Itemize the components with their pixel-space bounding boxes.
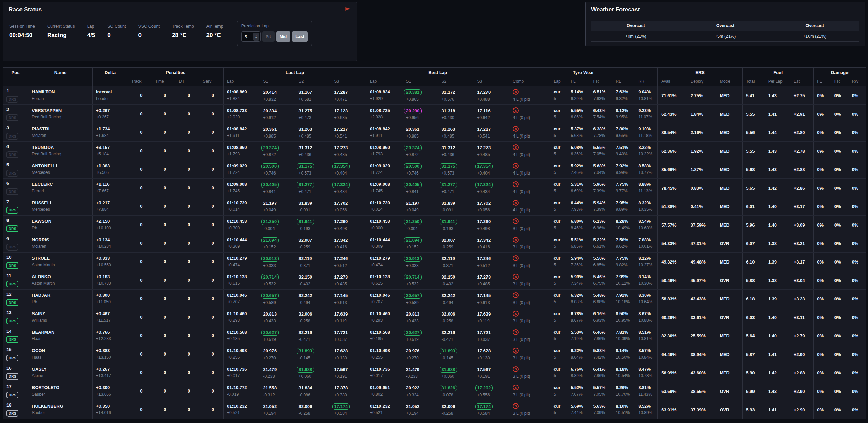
weather-time: +10m (21%): [770, 31, 859, 41]
col-fuel-total: Total: [743, 77, 765, 86]
ers-avail: 60.29%: [658, 308, 687, 326]
damage-fr: 0%: [831, 234, 849, 253]
position-number: 12: [6, 292, 27, 297]
position-number: 5: [6, 162, 27, 167]
drs-badge: DRS: [6, 170, 18, 177]
driver-cell[interactable]: NORRIS Mclaren: [28, 234, 93, 253]
pos-cell: 12 DRS: [3, 290, 28, 308]
driver-cell[interactable]: ANTONELLI Mercedes: [28, 160, 93, 179]
prediction-mid-button[interactable]: Mid: [276, 31, 291, 42]
last-s2: 32.119 -0.371: [295, 253, 331, 271]
col-last-s3: S3: [331, 77, 366, 86]
penalty-track: 0: [128, 290, 152, 308]
soft-tyre-icon: S: [513, 107, 519, 113]
prediction-last-button[interactable]: Last: [292, 31, 308, 42]
col-last-lap: Lap: [224, 77, 260, 86]
wear-rl: 7.95% 9.89%: [613, 197, 635, 216]
tyre-compound-cell: S 3 L (0 pit): [509, 400, 550, 419]
best-lap-time: 01:08.960 +1.793: [366, 142, 403, 160]
penalty-track: 0: [128, 160, 152, 179]
penalty-time: 0: [152, 123, 176, 142]
last-s3: 17.567 +0.191: [331, 363, 366, 382]
delta-cell: +0.883 +13.150: [93, 345, 128, 363]
drs-badge: DRS: [6, 281, 18, 287]
last-s3: 17.639 +0.119: [331, 308, 366, 326]
prediction-lap-input[interactable]: 5 ▲▼: [241, 31, 261, 42]
stat-vsc-count: VSC Count 0: [138, 24, 160, 39]
last-s2: 31.175 +0.573: [295, 160, 331, 179]
drs-badge: DRS: [6, 262, 18, 269]
best-s1: 20.361 +0.885: [403, 123, 438, 142]
driver-cell[interactable]: ALONSO Aston Martin: [28, 271, 93, 290]
driver-cell[interactable]: RUSSELL Mercedes: [28, 197, 93, 216]
tyre-lap-cell: cur 5: [550, 326, 567, 345]
penalty-dt: 0: [176, 216, 200, 234]
last-s1: 20.913 +0.333: [260, 253, 295, 271]
driver-name: HADJAR: [32, 293, 92, 298]
driver-cell[interactable]: LECLERC Ferrari: [28, 179, 93, 197]
best-s1: 21.052 +0.194: [403, 400, 438, 419]
driver-cell[interactable]: BEARMAN Haas: [28, 326, 93, 345]
tyre-compound-cell: S 3 L (0 pit): [509, 363, 550, 382]
fuel-est: +2.91: [790, 105, 814, 123]
driver-cell[interactable]: TSUNODA Red Bull Racing: [28, 142, 93, 160]
driver-cell[interactable]: GASLY Alpine: [28, 363, 93, 382]
penalty-dt: 0: [176, 345, 200, 363]
tyre-lap-cell: cur 5: [550, 179, 567, 197]
driver-cell[interactable]: PIASTRI Mclaren: [28, 123, 93, 142]
position-number: 3: [6, 125, 27, 130]
last-lap-time: 01:10.460 +0.293: [224, 308, 260, 326]
penalty-track: 0: [128, 216, 152, 234]
wear-rl: 7.75% 9.77%: [613, 179, 635, 197]
driver-cell[interactable]: HAMILTON Ferrari: [28, 86, 93, 105]
tyre-lap-cell: cur 5: [550, 142, 567, 160]
team-name: Williams: [32, 318, 92, 323]
best-s3: 17.342 +0.416: [474, 234, 509, 253]
drs-badge: DRS: [6, 336, 18, 343]
penalty-track: 0: [128, 345, 152, 363]
wear-rl: 8.28% 10.49%: [613, 216, 635, 234]
best-lap-time: 01:08.824 +1.929: [366, 86, 403, 105]
penalty-serv: 0: [200, 179, 224, 197]
driver-cell[interactable]: BORTOLETO Sauber: [28, 382, 93, 400]
wear-rr: 8.32% 10.35%: [635, 197, 658, 216]
fuel-total: 5.55: [743, 142, 765, 160]
tyre-lap-cell: cur 5: [550, 216, 567, 234]
race-status-title: Race Status: [9, 6, 42, 13]
stepper-arrows-icon[interactable]: ▲▼: [253, 33, 259, 41]
penalty-dt: 0: [176, 271, 200, 290]
wear-fr: 6.51% 7.63%: [590, 86, 613, 105]
prediction-pit-button[interactable]: Pit: [262, 31, 275, 42]
tyre-compound-cell: S 3 L (0 pit): [509, 271, 550, 290]
delta-cell: +0.267 +0.267: [93, 105, 128, 123]
driver-cell[interactable]: SAINZ Williams: [28, 308, 93, 326]
wear-rr: 8.57% 10.84%: [635, 345, 658, 363]
driver-cell[interactable]: OCON Haas: [28, 345, 93, 363]
driver-cell[interactable]: STROLL Aston Martin: [28, 253, 93, 271]
damage-fr: 0%: [831, 142, 849, 160]
pos-cell: 6 DRS: [3, 179, 28, 197]
last-s3: 17.354 +0.404: [331, 160, 366, 179]
wear-rr: 9.10% 11.18%: [635, 123, 658, 142]
damage-rw: 0%: [849, 363, 866, 382]
team-name: Ferrari: [32, 189, 92, 193]
col-pen-serv: Serv: [200, 77, 224, 86]
standings-body: 1 DRS HAMILTON Ferrari Interval Leader 0…: [3, 86, 866, 419]
wear-fl: 5.37% 6.63%: [567, 123, 590, 142]
last-s1: 20.813 +0.433: [260, 308, 295, 326]
penalty-dt: 0: [176, 253, 200, 271]
damage-rw: 0%: [849, 400, 866, 419]
penalty-time: 0: [152, 290, 176, 308]
driver-cell[interactable]: HADJAR Rb: [28, 290, 93, 308]
best-s3: 17.324 +0.434: [474, 179, 509, 197]
fuel-total: 5.87: [743, 345, 765, 363]
last-s2: 31.277 +0.471: [295, 179, 331, 197]
fuel-est: +3.17: [790, 197, 814, 216]
driver-cell[interactable]: HULKENBERG Sauber: [28, 400, 93, 419]
driver-cell[interactable]: LAWSON Rb: [28, 216, 93, 234]
group-penalties: Penalties: [128, 68, 224, 77]
table-row: 12 DRS HADJAR Rb +0.300 +11.050 0 0 0 0 …: [3, 290, 866, 308]
wear-rr: 9.04% 10.81%: [635, 86, 658, 105]
driver-cell[interactable]: VERSTAPPEN Red Bull Racing: [28, 105, 93, 123]
damage-fl: 0%: [814, 271, 831, 290]
